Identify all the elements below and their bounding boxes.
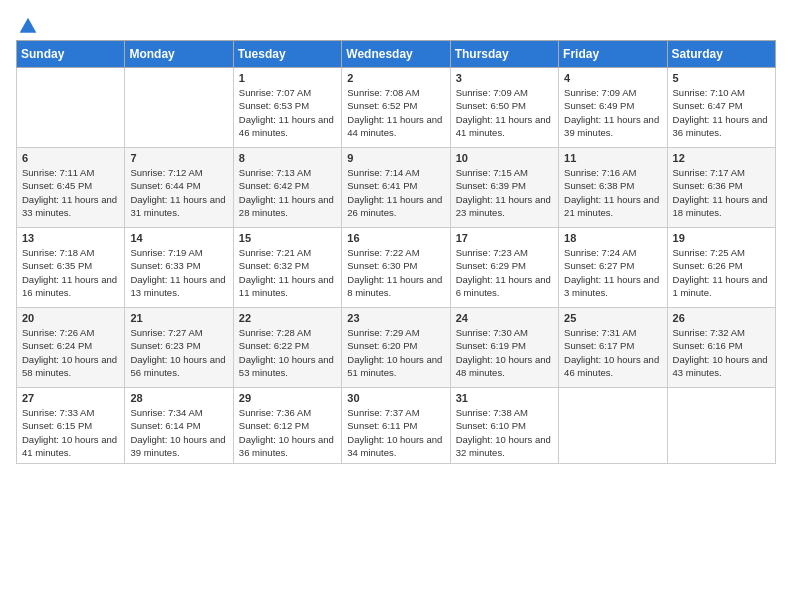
- logo-icon: [18, 16, 38, 36]
- calendar-cell: 19Sunrise: 7:25 AM Sunset: 6:26 PM Dayli…: [667, 228, 775, 308]
- calendar-cell: 5Sunrise: 7:10 AM Sunset: 6:47 PM Daylig…: [667, 68, 775, 148]
- day-info: Sunrise: 7:28 AM Sunset: 6:22 PM Dayligh…: [239, 326, 336, 379]
- calendar-cell: 11Sunrise: 7:16 AM Sunset: 6:38 PM Dayli…: [559, 148, 667, 228]
- day-number: 15: [239, 232, 336, 244]
- day-info: Sunrise: 7:32 AM Sunset: 6:16 PM Dayligh…: [673, 326, 770, 379]
- calendar-cell: 20Sunrise: 7:26 AM Sunset: 6:24 PM Dayli…: [17, 308, 125, 388]
- calendar-cell: 28Sunrise: 7:34 AM Sunset: 6:14 PM Dayli…: [125, 388, 233, 464]
- calendar-cell: 6Sunrise: 7:11 AM Sunset: 6:45 PM Daylig…: [17, 148, 125, 228]
- calendar-cell: 30Sunrise: 7:37 AM Sunset: 6:11 PM Dayli…: [342, 388, 450, 464]
- day-info: Sunrise: 7:38 AM Sunset: 6:10 PM Dayligh…: [456, 406, 553, 459]
- day-info: Sunrise: 7:11 AM Sunset: 6:45 PM Dayligh…: [22, 166, 119, 219]
- day-number: 26: [673, 312, 770, 324]
- day-info: Sunrise: 7:18 AM Sunset: 6:35 PM Dayligh…: [22, 246, 119, 299]
- calendar-cell: 13Sunrise: 7:18 AM Sunset: 6:35 PM Dayli…: [17, 228, 125, 308]
- day-of-week-sunday: Sunday: [17, 41, 125, 68]
- day-number: 14: [130, 232, 227, 244]
- day-of-week-wednesday: Wednesday: [342, 41, 450, 68]
- day-number: 11: [564, 152, 661, 164]
- day-number: 17: [456, 232, 553, 244]
- calendar-cell: 18Sunrise: 7:24 AM Sunset: 6:27 PM Dayli…: [559, 228, 667, 308]
- day-info: Sunrise: 7:27 AM Sunset: 6:23 PM Dayligh…: [130, 326, 227, 379]
- calendar-cell: 9Sunrise: 7:14 AM Sunset: 6:41 PM Daylig…: [342, 148, 450, 228]
- day-number: 19: [673, 232, 770, 244]
- calendar-cell: 31Sunrise: 7:38 AM Sunset: 6:10 PM Dayli…: [450, 388, 558, 464]
- calendar-week-row: 6Sunrise: 7:11 AM Sunset: 6:45 PM Daylig…: [17, 148, 776, 228]
- day-of-week-thursday: Thursday: [450, 41, 558, 68]
- calendar-week-row: 27Sunrise: 7:33 AM Sunset: 6:15 PM Dayli…: [17, 388, 776, 464]
- day-info: Sunrise: 7:08 AM Sunset: 6:52 PM Dayligh…: [347, 86, 444, 139]
- day-number: 31: [456, 392, 553, 404]
- calendar-week-row: 20Sunrise: 7:26 AM Sunset: 6:24 PM Dayli…: [17, 308, 776, 388]
- calendar-cell: 21Sunrise: 7:27 AM Sunset: 6:23 PM Dayli…: [125, 308, 233, 388]
- day-info: Sunrise: 7:10 AM Sunset: 6:47 PM Dayligh…: [673, 86, 770, 139]
- calendar-week-row: 13Sunrise: 7:18 AM Sunset: 6:35 PM Dayli…: [17, 228, 776, 308]
- calendar-cell: 24Sunrise: 7:30 AM Sunset: 6:19 PM Dayli…: [450, 308, 558, 388]
- calendar-cell: 10Sunrise: 7:15 AM Sunset: 6:39 PM Dayli…: [450, 148, 558, 228]
- calendar-header-row: SundayMondayTuesdayWednesdayThursdayFrid…: [17, 41, 776, 68]
- day-of-week-saturday: Saturday: [667, 41, 775, 68]
- day-info: Sunrise: 7:09 AM Sunset: 6:50 PM Dayligh…: [456, 86, 553, 139]
- calendar-table: SundayMondayTuesdayWednesdayThursdayFrid…: [16, 40, 776, 464]
- day-info: Sunrise: 7:07 AM Sunset: 6:53 PM Dayligh…: [239, 86, 336, 139]
- day-info: Sunrise: 7:15 AM Sunset: 6:39 PM Dayligh…: [456, 166, 553, 219]
- day-info: Sunrise: 7:22 AM Sunset: 6:30 PM Dayligh…: [347, 246, 444, 299]
- calendar-cell: 14Sunrise: 7:19 AM Sunset: 6:33 PM Dayli…: [125, 228, 233, 308]
- day-info: Sunrise: 7:13 AM Sunset: 6:42 PM Dayligh…: [239, 166, 336, 219]
- day-number: 16: [347, 232, 444, 244]
- day-info: Sunrise: 7:37 AM Sunset: 6:11 PM Dayligh…: [347, 406, 444, 459]
- day-number: 9: [347, 152, 444, 164]
- day-number: 29: [239, 392, 336, 404]
- day-number: 2: [347, 72, 444, 84]
- calendar-cell: 2Sunrise: 7:08 AM Sunset: 6:52 PM Daylig…: [342, 68, 450, 148]
- day-number: 13: [22, 232, 119, 244]
- day-info: Sunrise: 7:33 AM Sunset: 6:15 PM Dayligh…: [22, 406, 119, 459]
- day-number: 18: [564, 232, 661, 244]
- day-number: 25: [564, 312, 661, 324]
- day-info: Sunrise: 7:29 AM Sunset: 6:20 PM Dayligh…: [347, 326, 444, 379]
- calendar-cell: 17Sunrise: 7:23 AM Sunset: 6:29 PM Dayli…: [450, 228, 558, 308]
- calendar-cell: 8Sunrise: 7:13 AM Sunset: 6:42 PM Daylig…: [233, 148, 341, 228]
- day-info: Sunrise: 7:25 AM Sunset: 6:26 PM Dayligh…: [673, 246, 770, 299]
- day-number: 5: [673, 72, 770, 84]
- day-number: 4: [564, 72, 661, 84]
- calendar-cell: 4Sunrise: 7:09 AM Sunset: 6:49 PM Daylig…: [559, 68, 667, 148]
- page-header: [16, 16, 776, 32]
- day-info: Sunrise: 7:09 AM Sunset: 6:49 PM Dayligh…: [564, 86, 661, 139]
- day-number: 7: [130, 152, 227, 164]
- day-number: 22: [239, 312, 336, 324]
- day-info: Sunrise: 7:34 AM Sunset: 6:14 PM Dayligh…: [130, 406, 227, 459]
- day-number: 20: [22, 312, 119, 324]
- day-number: 3: [456, 72, 553, 84]
- day-number: 10: [456, 152, 553, 164]
- day-info: Sunrise: 7:31 AM Sunset: 6:17 PM Dayligh…: [564, 326, 661, 379]
- calendar-cell: 16Sunrise: 7:22 AM Sunset: 6:30 PM Dayli…: [342, 228, 450, 308]
- calendar-cell: 3Sunrise: 7:09 AM Sunset: 6:50 PM Daylig…: [450, 68, 558, 148]
- calendar-cell: 12Sunrise: 7:17 AM Sunset: 6:36 PM Dayli…: [667, 148, 775, 228]
- calendar-cell: [125, 68, 233, 148]
- day-info: Sunrise: 7:23 AM Sunset: 6:29 PM Dayligh…: [456, 246, 553, 299]
- day-info: Sunrise: 7:12 AM Sunset: 6:44 PM Dayligh…: [130, 166, 227, 219]
- calendar-cell: 27Sunrise: 7:33 AM Sunset: 6:15 PM Dayli…: [17, 388, 125, 464]
- calendar-cell: 15Sunrise: 7:21 AM Sunset: 6:32 PM Dayli…: [233, 228, 341, 308]
- calendar-cell: 23Sunrise: 7:29 AM Sunset: 6:20 PM Dayli…: [342, 308, 450, 388]
- logo: [16, 16, 38, 32]
- day-info: Sunrise: 7:30 AM Sunset: 6:19 PM Dayligh…: [456, 326, 553, 379]
- day-number: 23: [347, 312, 444, 324]
- calendar-cell: 29Sunrise: 7:36 AM Sunset: 6:12 PM Dayli…: [233, 388, 341, 464]
- calendar-cell: [17, 68, 125, 148]
- day-info: Sunrise: 7:14 AM Sunset: 6:41 PM Dayligh…: [347, 166, 444, 219]
- day-number: 6: [22, 152, 119, 164]
- day-of-week-tuesday: Tuesday: [233, 41, 341, 68]
- calendar-cell: 25Sunrise: 7:31 AM Sunset: 6:17 PM Dayli…: [559, 308, 667, 388]
- day-info: Sunrise: 7:16 AM Sunset: 6:38 PM Dayligh…: [564, 166, 661, 219]
- day-info: Sunrise: 7:26 AM Sunset: 6:24 PM Dayligh…: [22, 326, 119, 379]
- calendar-cell: [559, 388, 667, 464]
- day-info: Sunrise: 7:19 AM Sunset: 6:33 PM Dayligh…: [130, 246, 227, 299]
- day-info: Sunrise: 7:17 AM Sunset: 6:36 PM Dayligh…: [673, 166, 770, 219]
- day-number: 1: [239, 72, 336, 84]
- calendar-cell: 7Sunrise: 7:12 AM Sunset: 6:44 PM Daylig…: [125, 148, 233, 228]
- day-number: 28: [130, 392, 227, 404]
- calendar-cell: 26Sunrise: 7:32 AM Sunset: 6:16 PM Dayli…: [667, 308, 775, 388]
- day-number: 30: [347, 392, 444, 404]
